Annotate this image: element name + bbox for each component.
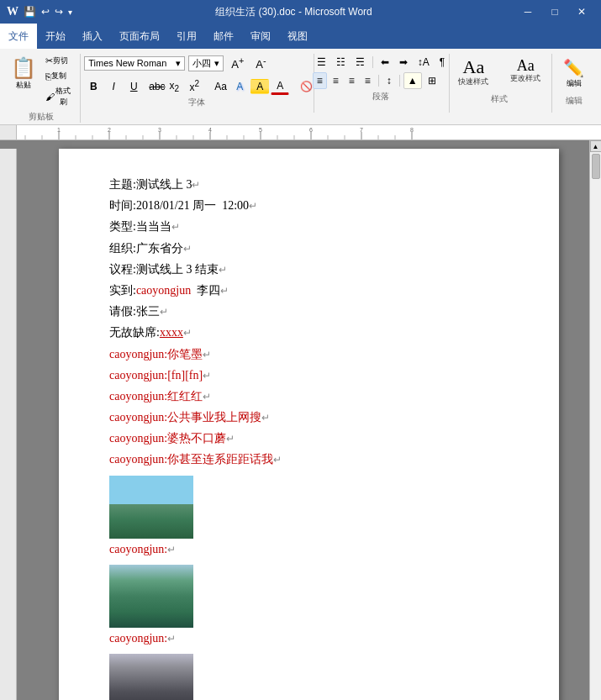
svg-text:5: 5 [259, 127, 262, 133]
menu-item-references[interactable]: 引用 [168, 24, 205, 49]
scroll-up-button[interactable]: ▲ [590, 140, 602, 152]
scroll-thumb[interactable] [592, 154, 600, 179]
image-row-3 [109, 654, 517, 700]
styles-label: 样式 [453, 92, 546, 105]
text-cao2: caoyongjun:[fn][fn] [109, 365, 203, 386]
justify-button[interactable]: ≡ [361, 72, 375, 89]
text-absent-name: xxxx [160, 322, 183, 343]
decrease-indent-button[interactable]: ⬅ [377, 54, 393, 71]
line-spacing-button[interactable]: ↕ [382, 72, 396, 89]
change-styles-button[interactable]: Aa 更改样式 [501, 54, 550, 88]
minimize-button[interactable]: ─ [515, 3, 540, 20]
editing-button[interactable]: ✏️ 编辑 [554, 54, 594, 93]
font-grow-button[interactable]: A+ [227, 54, 248, 72]
close-button[interactable]: ✕ [569, 3, 594, 20]
copy-button[interactable]: ⎘ 复制 [42, 69, 75, 83]
editing-icon: ✏️ [563, 58, 584, 78]
quick-styles-icon: Aa [463, 58, 485, 76]
document-image-2 [109, 565, 193, 628]
document-content[interactable]: 主题:测试线上 3↵ 时间:2018/01/21 周一 12:00↵ 类型:当当… [109, 174, 517, 700]
image-row-2 [109, 565, 517, 628]
paste-label: 粘贴 [16, 80, 31, 91]
line-leave: 请假:张三↵ [109, 301, 517, 322]
line-cao4: caoyongjun:公共事业我上网搜↵ [109, 407, 517, 428]
text-present-name1: caoyongjun [136, 280, 191, 301]
numbering-button[interactable]: ☷ [332, 54, 350, 71]
italic-button[interactable]: I [104, 79, 123, 94]
align-center-button[interactable]: ≡ [329, 72, 343, 89]
image-block-3: caoyongjun:↵ [109, 654, 517, 700]
bold-button[interactable]: B [84, 79, 103, 94]
ruler-corner [0, 125, 17, 140]
text-absent-prefix: 无故缺席: [109, 322, 160, 343]
vertical-ruler [0, 149, 17, 700]
sort-button[interactable]: ↕A [414, 54, 434, 71]
menu-item-mailings[interactable]: 邮件 [205, 24, 242, 49]
changecase-button[interactable]: Aa [210, 79, 229, 94]
text-org: 组织:广东省分 [109, 238, 183, 259]
quick-access-save[interactable]: 💾 [24, 6, 36, 18]
change-styles-icon: Aa [517, 58, 535, 73]
svg-text:7: 7 [360, 127, 363, 133]
increase-indent-button[interactable]: ➡ [395, 54, 412, 71]
font-selector-row: Times New Roman ▾ 小四 ▾ A+ A- [84, 54, 308, 72]
bullets-button[interactable]: ☰ [313, 54, 330, 71]
underline-button[interactable]: U [124, 79, 143, 94]
svg-text:3: 3 [158, 127, 161, 133]
align-right-button[interactable]: ≡ [345, 72, 359, 89]
shading-button[interactable]: ▲ [403, 72, 422, 89]
line-time: 时间:2018/01/21 周一 12:00↵ [109, 195, 517, 216]
font-name-arrow: ▾ [176, 58, 181, 69]
text-cao5: caoyongjun:婆热不口蘑 [109, 428, 226, 449]
show-marks-button[interactable]: ¶ [435, 54, 449, 71]
subscript-button[interactable]: x2 [165, 78, 183, 95]
ribbon-group-paragraph: ☰ ☷ ☴ ⬅ ➡ ↕A ¶ ≡ ≡ ≡ ≡ ↕ ▲ [314, 54, 450, 113]
text-cao3: caoyongjun:红红红 [109, 386, 203, 407]
line-cao1: caoyongjun:你笔墨↵ [109, 344, 517, 365]
fontcolor-button[interactable]: A [271, 78, 289, 95]
menu-item-layout[interactable]: 页面布局 [111, 24, 168, 49]
line-cao6: caoyongjun:你甚至连系距距话我↵ [109, 449, 517, 470]
clipboard-small-buttons: ✂ 剪切 ⎘ 复制 🖌 格式刷 [42, 54, 75, 109]
ruler-area: 1 2 3 4 5 6 [0, 125, 601, 140]
document-page[interactable]: 主题:测试线上 3↵ 时间:2018/01/21 周一 12:00↵ 类型:当当… [59, 149, 559, 700]
text-present-space: 李四 [191, 280, 220, 301]
line-absent: 无故缺席:xxxx↵ [109, 322, 517, 343]
clipboard-label: 剪贴板 [7, 109, 75, 123]
paragraph-label: 段落 [318, 89, 444, 103]
image-row-1 [109, 476, 517, 539]
quick-styles-button[interactable]: Aa 快速样式 [449, 54, 498, 92]
document-area: 主题:测试线上 3↵ 时间:2018/01/21 周一 12:00↵ 类型:当当… [0, 140, 601, 700]
text-cao1: caoyongjun:你笔墨 [109, 344, 203, 365]
vertical-scrollbar[interactable]: ▲ ▼ [589, 140, 601, 700]
format-painter-button[interactable]: 🖌 格式刷 [42, 84, 75, 109]
quick-styles-label: 快速样式 [458, 76, 488, 87]
strikethrough-button[interactable]: abc [145, 79, 163, 94]
borders-button[interactable]: ⊞ [424, 72, 440, 89]
image-block-1: caoyongjun:↵ [109, 476, 517, 560]
font-size-dropdown[interactable]: 小四 ▾ [188, 55, 224, 71]
line-cao5: caoyongjun:婆热不口蘑↵ [109, 428, 517, 449]
font-size-arrow: ▾ [214, 58, 219, 69]
document-image-1 [109, 476, 193, 539]
superscript-button[interactable]: x2 [185, 77, 203, 95]
quick-access-redo[interactable]: ↪ [55, 6, 63, 18]
highlight-button[interactable]: A [250, 79, 269, 94]
ribbon-group-styles: Aa 快速样式 Aa 更改样式 样式 [450, 54, 552, 113]
font-shrink-button[interactable]: A- [251, 54, 270, 72]
paste-button[interactable]: 📋 粘贴 [7, 54, 40, 93]
horizontal-ruler: 1 2 3 4 5 6 [17, 125, 601, 140]
multilevel-button[interactable]: ☴ [351, 54, 369, 71]
cut-button[interactable]: ✂ 剪切 [42, 54, 75, 68]
maximize-button[interactable]: □ [542, 3, 567, 20]
menu-item-file[interactable]: 文件 [0, 24, 37, 49]
menu-item-insert[interactable]: 插入 [74, 24, 111, 49]
image-label-1: caoyongjun:↵ [109, 539, 517, 560]
align-left-button[interactable]: ≡ [313, 72, 327, 89]
menu-item-view[interactable]: 视图 [279, 24, 316, 49]
menu-item-review[interactable]: 审阅 [242, 24, 279, 49]
menu-item-home[interactable]: 开始 [37, 24, 74, 49]
font-name-dropdown[interactable]: Times New Roman ▾ [84, 56, 185, 71]
texteffects-button[interactable]: A [230, 79, 249, 94]
quick-access-undo[interactable]: ↩ [41, 6, 50, 18]
